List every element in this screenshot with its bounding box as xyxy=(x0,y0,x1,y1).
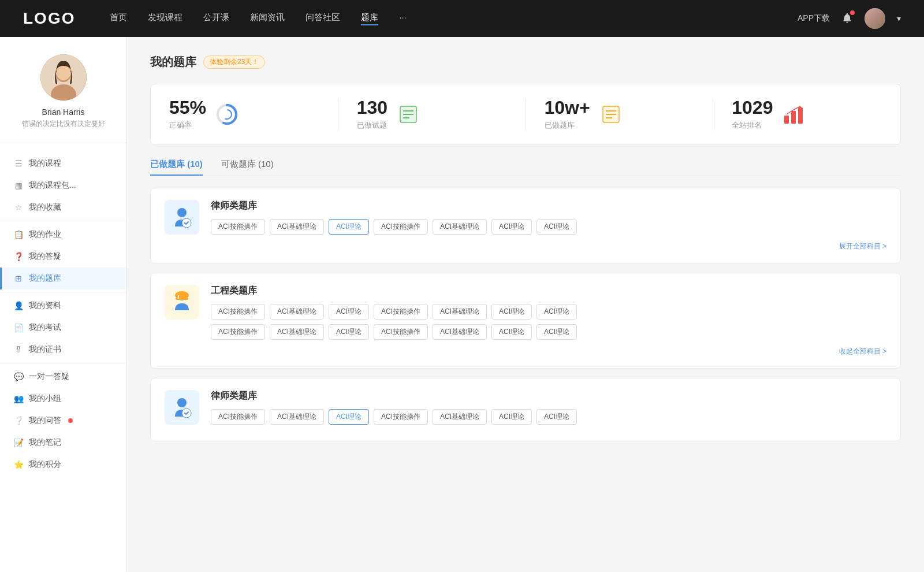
tag[interactable]: ACI理论 xyxy=(329,324,369,340)
nav-home[interactable]: 首页 xyxy=(110,12,127,25)
expand-link-engineer[interactable]: 收起全部科目 > xyxy=(211,344,886,356)
tags-row-lawyer-1: ACI技能操作 ACI基础理论 ACI理论 ACI技能操作 ACI基础理论 AC… xyxy=(211,219,886,235)
sidebar-item-label: 我的考试 xyxy=(29,322,61,333)
tab-done[interactable]: 已做题库 (10) xyxy=(150,159,203,176)
group-icon: 👥 xyxy=(14,394,23,403)
sidebar-divider-1 xyxy=(0,221,126,221)
note-icon: 📝 xyxy=(14,438,23,447)
app-download-link[interactable]: APP下载 xyxy=(798,13,830,24)
sidebar-item-label: 我的答疑 xyxy=(29,251,61,262)
stat-icon-correct xyxy=(215,103,239,126)
trial-badge: 体验剩余23天！ xyxy=(203,55,265,69)
notification-bell[interactable] xyxy=(841,12,853,25)
svg-rect-15 xyxy=(784,116,789,124)
user-dropdown-arrow[interactable]: ▾ xyxy=(897,14,901,23)
sidebar-item-course-package[interactable]: ▦ 我的课程包... xyxy=(0,174,126,196)
sidebar-item-points[interactable]: ⭐ 我的积分 xyxy=(0,454,126,476)
tag[interactable]: ACI基础理论 xyxy=(270,409,324,425)
svg-rect-23 xyxy=(176,298,188,300)
page-title-row: 我的题库 体验剩余23天！ xyxy=(150,54,901,70)
tag[interactable]: ACI理论 xyxy=(491,409,532,425)
grid-icon: ⊞ xyxy=(14,274,23,283)
stat-icon-questions xyxy=(397,103,420,126)
tag[interactable]: ACI理论 xyxy=(329,304,369,320)
sidebar-item-exam[interactable]: 📄 我的考试 xyxy=(0,317,126,339)
sidebar-item-answer-questions[interactable]: ❓ 我的答疑 xyxy=(0,246,126,268)
tag[interactable]: ACI基础理论 xyxy=(270,304,324,320)
tag[interactable]: ACI理论 xyxy=(536,304,577,320)
tag[interactable]: ACI基础理论 xyxy=(270,324,324,340)
sidebar-item-label: 我的问答 xyxy=(29,415,61,426)
tag-active[interactable]: ACI理论 xyxy=(329,409,369,425)
expand-link-lawyer-1[interactable]: 展开全部科目 > xyxy=(211,239,886,251)
tag[interactable]: ACI技能操作 xyxy=(374,219,428,235)
sidebar-user-name: Brian Harris xyxy=(42,107,85,117)
tag[interactable]: ACI基础理论 xyxy=(433,219,487,235)
sidebar-user-motto: 错误的决定比没有决定要好 xyxy=(22,119,105,129)
tag[interactable]: ACI技能操作 xyxy=(211,219,265,235)
tag[interactable]: ACI理论 xyxy=(491,324,532,340)
sidebar-item-notes[interactable]: 📝 我的笔记 xyxy=(0,432,126,454)
stat-icon-rank xyxy=(782,103,805,126)
sidebar-item-label: 我的笔记 xyxy=(29,437,61,448)
nav-discover[interactable]: 发现课程 xyxy=(148,12,182,25)
tag[interactable]: ACI基础理论 xyxy=(433,409,487,425)
tag[interactable]: ACI基础理论 xyxy=(433,304,487,320)
sidebar-item-favorites[interactable]: ☆ 我的收藏 xyxy=(0,196,126,218)
sidebar-avatar xyxy=(40,54,87,101)
tag[interactable]: ACI理论 xyxy=(491,304,532,320)
tag[interactable]: ACI理论 xyxy=(491,219,532,235)
tag[interactable]: ACI技能操作 xyxy=(211,324,265,340)
tab-available[interactable]: 可做题库 (10) xyxy=(221,159,274,176)
stat-questions-done: 130 已做试题 xyxy=(338,98,526,131)
tag[interactable]: ACI技能操作 xyxy=(374,324,428,340)
question-icon: ❓ xyxy=(14,252,23,261)
star-icon: ☆ xyxy=(14,203,23,212)
sidebar-item-my-data[interactable]: 👤 我的资料 xyxy=(0,295,126,317)
tag[interactable]: ACI技能操作 xyxy=(211,304,265,320)
sidebar-profile: Brian Harris 错误的决定比没有决定要好 xyxy=(0,54,126,143)
sidebar-divider-2 xyxy=(0,292,126,292)
sidebar-item-label: 我的积分 xyxy=(29,459,61,470)
nav-qbank[interactable]: 题库 xyxy=(361,12,378,25)
tag[interactable]: ACI基础理论 xyxy=(270,219,324,235)
nav-qa[interactable]: 问答社区 xyxy=(305,12,340,25)
nav-news[interactable]: 新闻资讯 xyxy=(250,12,285,25)
sidebar-item-one-on-one[interactable]: 💬 一对一答疑 xyxy=(0,366,126,388)
sidebar-item-qbank[interactable]: ⊞ 我的题库 xyxy=(0,268,126,289)
sidebar-item-my-group[interactable]: 👥 我的小组 xyxy=(0,388,126,410)
tag[interactable]: ACI理论 xyxy=(536,324,577,340)
qbank-title-lawyer-1: 律师类题库 xyxy=(211,200,886,212)
chat-icon: 💬 xyxy=(14,372,23,381)
sidebar-item-my-qa[interactable]: ❔ 我的问答 xyxy=(0,410,126,432)
tag[interactable]: ACI技能操作 xyxy=(374,304,428,320)
user-avatar[interactable] xyxy=(865,8,885,29)
sidebar-item-my-course[interactable]: ☰ 我的课程 xyxy=(0,153,126,174)
doc-icon: 📋 xyxy=(14,230,23,239)
qa-dot xyxy=(68,418,73,423)
qbank-card-engineer: 工程类题库 ACI技能操作 ACI基础理论 ACI理论 ACI技能操作 ACI基… xyxy=(150,273,901,369)
stat-value-questions: 130 xyxy=(357,98,388,117)
sidebar-item-label: 我的课程包... xyxy=(29,180,76,191)
nav-open-course[interactable]: 公开课 xyxy=(203,12,229,25)
score-icon: ⭐ xyxy=(14,460,23,469)
tag[interactable]: ACI技能操作 xyxy=(211,409,265,425)
tag[interactable]: ACI基础理论 xyxy=(433,324,487,340)
tag[interactable]: ACI理论 xyxy=(536,409,577,425)
stat-correct-rate: 55% 正确率 xyxy=(151,98,338,131)
stat-icon-banks xyxy=(599,103,623,126)
people-icon: 👤 xyxy=(14,301,23,310)
qa-icon: ❔ xyxy=(14,416,23,425)
stat-value-rank: 1029 xyxy=(732,98,773,117)
tabs-row: 已做题库 (10) 可做题库 (10) xyxy=(150,159,901,176)
qbank-icon-lawyer xyxy=(165,200,199,235)
tag[interactable]: ACI技能操作 xyxy=(374,409,428,425)
sidebar-item-label: 我的题库 xyxy=(29,273,61,284)
sidebar-item-homework[interactable]: 📋 我的作业 xyxy=(0,224,126,246)
sidebar-item-certificate[interactable]: 🎖 我的证书 xyxy=(0,339,126,361)
qbank-icon-engineer xyxy=(165,285,199,320)
tag-active[interactable]: ACI理论 xyxy=(329,219,369,235)
tag[interactable]: ACI理论 xyxy=(536,219,577,235)
stat-label-correct: 正确率 xyxy=(169,120,206,131)
nav-more[interactable]: ··· xyxy=(399,12,407,25)
